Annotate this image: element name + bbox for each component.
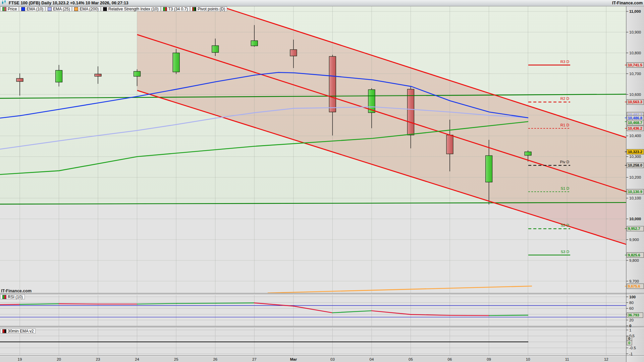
rsi-legend-chip[interactable]: RSI (10) xyxy=(0,294,25,299)
svg-text:25: 25 xyxy=(174,357,178,361)
svg-text:23: 23 xyxy=(96,357,100,361)
ema-v2-swatch-icon xyxy=(2,329,6,333)
svg-text:S2 D: S2 D xyxy=(560,223,569,227)
svg-text:20: 20 xyxy=(57,357,61,361)
svg-text:05: 05 xyxy=(409,357,413,361)
chart-canvas[interactable]: R3 DR2 DR1 DPiv DS1 DS2 DS3 D11,00010,90… xyxy=(0,0,644,362)
svg-text:10,400: 10,400 xyxy=(629,134,641,138)
legend-chip-label: EMA (10) xyxy=(26,7,43,11)
brand-label: IT-Finance.com xyxy=(612,1,644,5)
svg-text:11: 11 xyxy=(565,357,569,361)
legend-chip-label: T3 (34 0.7) xyxy=(168,7,188,11)
svg-text:10,200: 10,200 xyxy=(629,175,641,179)
svg-text:-1: -1 xyxy=(629,352,633,356)
legend-chip-label: Relative Strength Index (10) xyxy=(108,7,158,11)
svg-text:03: 03 xyxy=(330,357,335,361)
svg-text:09: 09 xyxy=(487,357,491,361)
svg-text:10: 10 xyxy=(526,357,530,361)
svg-text:24: 24 xyxy=(135,357,139,361)
legend-chip-ema-200[interactable]: EMA (200) xyxy=(72,6,101,11)
svg-text:9,825.6: 9,825.6 xyxy=(628,253,640,257)
svg-text:10,130.9: 10,130.9 xyxy=(628,190,642,194)
rsi-legend-label: RSI (10) xyxy=(8,295,23,299)
svg-text:10,436.2: 10,436.2 xyxy=(628,126,642,130)
title-bar: FTSE 100 (DFB) Daily 10,323.2 +0.14% 10 … xyxy=(0,0,644,6)
rsi-swatch-icon xyxy=(2,295,6,299)
svg-text:0: 0 xyxy=(628,337,630,341)
legend-swatch-icon xyxy=(74,7,78,11)
svg-text:R2 D: R2 D xyxy=(560,97,569,101)
svg-text:10,468.7: 10,468.7 xyxy=(628,121,642,125)
ema-v2-legend-chip[interactable]: 30min EMA v2 xyxy=(0,328,36,334)
svg-text:10,800: 10,800 xyxy=(629,51,641,55)
svg-text:36.793: 36.793 xyxy=(628,313,639,317)
legend-swatch-icon xyxy=(103,7,107,11)
svg-text:10,700: 10,700 xyxy=(629,72,641,76)
legend-chip-label: EMA (25) xyxy=(53,7,70,11)
svg-text:10,100: 10,100 xyxy=(629,196,641,200)
svg-text:20: 20 xyxy=(629,318,634,322)
svg-text:0: 0 xyxy=(628,341,630,345)
svg-text:-0.5: -0.5 xyxy=(629,346,636,350)
legend-chip-pivot-points-d[interactable]: Pivot points (D) xyxy=(190,6,227,11)
svg-text:11,000: 11,000 xyxy=(629,9,641,13)
legend-chip-ema-25[interactable]: EMA (25) xyxy=(46,6,72,11)
svg-text:06: 06 xyxy=(448,357,452,361)
chart-title: FTSE 100 (DFB) Daily 10,323.2 +0.14% 10 … xyxy=(9,1,128,5)
svg-text:R3 D: R3 D xyxy=(560,60,569,64)
svg-text:S3 D: S3 D xyxy=(560,250,569,254)
svg-text:80: 80 xyxy=(629,301,634,305)
legend-chip-label: Pivot points (D) xyxy=(198,7,225,11)
svg-text:R1 D: R1 D xyxy=(560,123,569,127)
svg-text:27: 27 xyxy=(252,357,257,361)
svg-text:S1 D: S1 D xyxy=(560,186,569,190)
trading-app: FTSE 100 (DFB) Daily 10,323.2 +0.14% 10 … xyxy=(0,0,644,362)
candlestick-icon xyxy=(1,0,7,6)
svg-text:26: 26 xyxy=(213,357,217,361)
svg-text:10,563.3: 10,563.3 xyxy=(628,100,642,104)
svg-text:100: 100 xyxy=(629,295,636,299)
svg-text:12: 12 xyxy=(604,357,608,361)
legend-swatch-icon xyxy=(2,7,6,11)
svg-text:9,675.6: 9,675.6 xyxy=(628,284,640,288)
svg-text:60: 60 xyxy=(629,306,634,310)
legend-swatch-icon xyxy=(48,7,52,11)
svg-text:9,700: 9,700 xyxy=(629,279,639,283)
watermark: IT-Finance.com xyxy=(1,289,32,293)
svg-text:10,323.2: 10,323.2 xyxy=(628,150,642,154)
svg-text:10,258.0: 10,258.0 xyxy=(628,163,642,167)
legend-chip-t3-34-0-7[interactable]: T3 (34 0.7) xyxy=(161,6,190,11)
legend-chip-label: EMA (200) xyxy=(79,7,99,11)
svg-text:Mar: Mar xyxy=(290,357,297,361)
svg-text:9,900: 9,900 xyxy=(629,238,639,242)
legend-chip-label: Price xyxy=(8,7,17,11)
svg-text:9,800: 9,800 xyxy=(629,258,639,262)
svg-text:10,600: 10,600 xyxy=(629,93,641,97)
legend-chip-relative-strength-index-10[interactable]: Relative Strength Index (10) xyxy=(101,6,160,11)
svg-text:9,952.7: 9,952.7 xyxy=(628,227,640,231)
svg-text:10,486.8: 10,486.8 xyxy=(628,116,642,120)
svg-text:04: 04 xyxy=(370,357,374,361)
svg-text:10,300: 10,300 xyxy=(629,155,641,159)
svg-text:0: 0 xyxy=(629,324,631,328)
legend-bar: PriceEMA (10)EMA (25)EMA (200)Relative S… xyxy=(0,6,227,11)
svg-text:19: 19 xyxy=(18,357,22,361)
ema-v2-legend-label: 30min EMA v2 xyxy=(8,329,34,334)
svg-text:Piv D: Piv D xyxy=(560,160,569,164)
svg-text:1: 1 xyxy=(629,328,631,332)
svg-text:10,741.5: 10,741.5 xyxy=(628,63,642,67)
legend-chip-ema-10[interactable]: EMA (10) xyxy=(19,6,45,11)
legend-swatch-icon xyxy=(163,7,167,11)
svg-text:10,900: 10,900 xyxy=(629,30,641,34)
legend-chip-price[interactable]: Price xyxy=(0,6,19,11)
legend-swatch-icon xyxy=(192,7,196,11)
svg-text:10,000: 10,000 xyxy=(629,217,641,221)
legend-swatch-icon xyxy=(21,7,25,11)
